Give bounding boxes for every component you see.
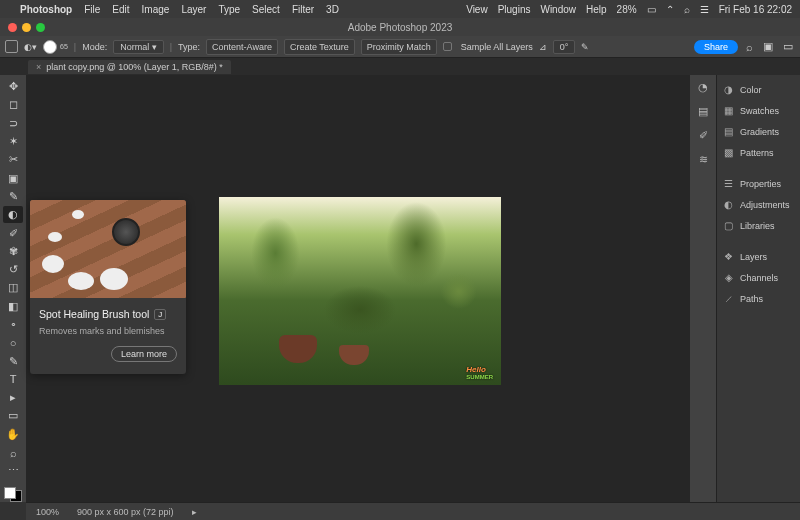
mode-label: Mode: xyxy=(82,42,107,52)
menu-image[interactable]: Image xyxy=(142,4,170,15)
panel-paths[interactable]: ⟋Paths xyxy=(720,289,797,308)
arrange-icon[interactable]: ▭ xyxy=(781,40,795,53)
app-name-menu[interactable]: Photoshop xyxy=(20,4,72,15)
tool-preset-icon[interactable]: ◐▾ xyxy=(24,42,37,52)
status-chevron-icon[interactable]: ▸ xyxy=(192,507,197,517)
crop-tool[interactable]: ✂ xyxy=(3,151,23,168)
canvas-area[interactable]: Spot Healing Brush tool J Removes marks … xyxy=(26,75,690,502)
history-brush-tool[interactable]: ↺ xyxy=(3,261,23,278)
brushes-icon[interactable]: ≋ xyxy=(695,151,711,167)
libraries-icon: ▢ xyxy=(722,219,735,232)
document-tab-bar: × plant copy.png @ 100% (Layer 1, RGB/8#… xyxy=(0,58,800,75)
panel-adjustments[interactable]: ◐Adjustments xyxy=(720,195,797,214)
panel-channels[interactable]: ◈Channels xyxy=(720,268,797,287)
minimize-window-button[interactable] xyxy=(22,23,31,32)
sample-all-label: Sample All Layers xyxy=(461,42,533,52)
panel-color[interactable]: ◑Color xyxy=(720,80,797,99)
menu-window[interactable]: Window xyxy=(540,4,576,15)
status-bar: 100% 900 px x 600 px (72 ppi) ▸ xyxy=(26,502,800,520)
window-titlebar: Adobe Photoshop 2023 xyxy=(0,18,800,36)
panel-patterns[interactable]: ▩Patterns xyxy=(720,143,797,162)
clone-stamp-tool[interactable]: ✾ xyxy=(3,243,23,260)
proximity-match-button[interactable]: Proximity Match xyxy=(361,39,437,55)
zoom-level[interactable]: 100% xyxy=(36,507,59,517)
eraser-tool[interactable]: ◫ xyxy=(3,279,23,296)
clock[interactable]: Fri Feb 16 22:02 xyxy=(719,4,792,15)
channels-icon: ◈ xyxy=(722,271,735,284)
search-icon[interactable]: ⌕ xyxy=(684,4,690,15)
maximize-window-button[interactable] xyxy=(36,23,45,32)
frame-tool[interactable]: ▣ xyxy=(3,169,23,186)
history-icon[interactable]: ◔ xyxy=(695,79,711,95)
presets-icon[interactable]: ▤ xyxy=(695,103,711,119)
home-icon[interactable] xyxy=(5,40,18,53)
edit-toolbar[interactable]: ⋯ xyxy=(3,462,23,479)
patterns-icon: ▩ xyxy=(722,146,735,159)
share-button[interactable]: Share xyxy=(694,40,738,54)
menu-3d[interactable]: 3D xyxy=(326,4,339,15)
rectangle-tool[interactable]: ▭ xyxy=(3,407,23,424)
marquee-tool[interactable]: ◻ xyxy=(3,96,23,113)
pen-tool[interactable]: ✎ xyxy=(3,352,23,369)
magic-wand-tool[interactable]: ✶ xyxy=(3,133,23,150)
spot-heal-tool[interactable]: ◐ xyxy=(3,206,23,223)
menu-view[interactable]: View xyxy=(466,4,488,15)
dodge-tool[interactable]: ○ xyxy=(3,334,23,351)
panel-gradients[interactable]: ▤Gradients xyxy=(720,122,797,141)
brush-preview[interactable] xyxy=(43,40,57,54)
menu-filter[interactable]: Filter xyxy=(292,4,314,15)
close-window-button[interactable] xyxy=(8,23,17,32)
menu-select[interactable]: Select xyxy=(252,4,280,15)
pressure-icon[interactable]: ✎ xyxy=(581,42,589,52)
eyedropper-tool[interactable]: ✎ xyxy=(3,188,23,205)
create-texture-button[interactable]: Create Texture xyxy=(284,39,355,55)
document-tab[interactable]: × plant copy.png @ 100% (Layer 1, RGB/8#… xyxy=(28,60,231,74)
document-image[interactable]: Hello SUMMER xyxy=(219,197,501,385)
brush-tool[interactable]: ✐ xyxy=(3,224,23,241)
hand-tool[interactable]: ✋ xyxy=(3,426,23,443)
panel-label: Swatches xyxy=(740,106,779,116)
zoom-tool[interactable]: ⌕ xyxy=(3,444,23,461)
gradient-tool[interactable]: ◧ xyxy=(3,298,23,315)
panel-swatches[interactable]: ▦Swatches xyxy=(720,101,797,120)
panel-properties[interactable]: ☰Properties xyxy=(720,174,797,193)
angle-icon[interactable]: ⊿ xyxy=(539,42,547,52)
menu-layer[interactable]: Layer xyxy=(181,4,206,15)
lasso-tool[interactable]: ⊃ xyxy=(3,115,23,132)
menu-edit[interactable]: Edit xyxy=(112,4,129,15)
sample-all-checkbox[interactable] xyxy=(443,42,452,51)
move-tool[interactable]: ✥ xyxy=(3,78,23,95)
panel-label: Libraries xyxy=(740,221,775,231)
wifi-icon[interactable]: ⌃ xyxy=(666,4,674,15)
menu-plugins[interactable]: Plugins xyxy=(498,4,531,15)
panel-layers[interactable]: ❖Layers xyxy=(720,247,797,266)
type-tool[interactable]: T xyxy=(3,371,23,388)
mode-dropdown[interactable]: Normal ▾ xyxy=(113,40,164,54)
type-label: Type: xyxy=(178,42,200,52)
brush-cursor-icon xyxy=(112,218,140,246)
angle-value[interactable]: 0° xyxy=(553,40,576,54)
panel-libraries[interactable]: ▢Libraries xyxy=(720,216,797,235)
panel-label: Properties xyxy=(740,179,781,189)
content-aware-button[interactable]: Content-Aware xyxy=(206,39,278,55)
learn-more-button[interactable]: Learn more xyxy=(111,346,177,362)
tooltip-title: Spot Healing Brush tool xyxy=(39,308,149,320)
tab-title: plant copy.png @ 100% (Layer 1, RGB/8#) … xyxy=(46,62,223,72)
close-tab-icon[interactable]: × xyxy=(36,62,41,72)
battery-status[interactable]: 28% xyxy=(617,4,637,15)
path-select-tool[interactable]: ▸ xyxy=(3,389,23,406)
doc-dimensions[interactable]: 900 px x 600 px (72 ppi) xyxy=(77,507,174,517)
tooltip-preview-image xyxy=(30,200,186,298)
menu-help[interactable]: Help xyxy=(586,4,607,15)
color-well[interactable] xyxy=(4,487,22,503)
brush-settings-icon[interactable]: ✐ xyxy=(695,127,711,143)
control-center-icon[interactable]: ☰ xyxy=(700,4,709,15)
brush-size-value: 65 xyxy=(60,43,68,50)
panel-list: ◑Color▦Swatches▤Gradients▩Patterns☰Prope… xyxy=(716,75,800,502)
workspace-icon[interactable]: ▣ xyxy=(761,40,775,53)
menu-type[interactable]: Type xyxy=(218,4,240,15)
search-icon[interactable]: ⌕ xyxy=(744,41,755,53)
menu-file[interactable]: File xyxy=(84,4,100,15)
blur-tool[interactable]: ∘ xyxy=(3,316,23,333)
panel-label: Channels xyxy=(740,273,778,283)
